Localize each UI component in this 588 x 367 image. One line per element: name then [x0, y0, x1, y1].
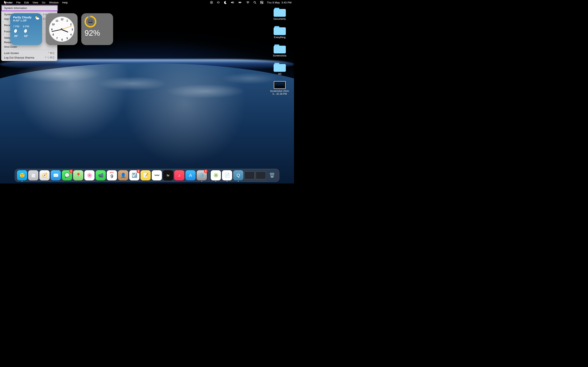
creative-cloud-icon[interactable]	[217, 1, 220, 4]
svg-rect-4	[241, 2, 242, 3]
clock-number: 9	[51, 28, 53, 31]
svg-point-11	[262, 3, 263, 3]
folder-icon	[274, 8, 286, 17]
running-indicator	[201, 181, 202, 182]
clock-widget[interactable]: 123456789101112	[46, 13, 78, 45]
dock-app-trash[interactable]: 🗑️	[267, 170, 277, 180]
battery-widget[interactable]: 92%	[81, 13, 113, 45]
dock-badge: 2	[204, 169, 208, 173]
folder-icon	[274, 26, 286, 35]
menubar-right: Thu 9 May 3:43 PM	[210, 1, 292, 4]
running-indicator	[238, 181, 239, 182]
menu-item-label: System Information	[4, 7, 27, 9]
menubar-item-go[interactable]: Go	[42, 1, 45, 4]
menubar-item-help[interactable]: Help	[62, 1, 68, 4]
dock-app-photos[interactable]: 🌸	[84, 170, 95, 180]
desktop-item[interactable]: Screenshot 2024-0…42.38 PM	[268, 81, 291, 95]
dock-app-messages[interactable]: 💬1	[62, 170, 72, 180]
menu-item-shut-down[interactable]: Shut Down	[1, 44, 57, 49]
volume-icon[interactable]	[231, 1, 234, 4]
weather-hour-temp: 33°	[24, 34, 28, 38]
dock-app-quicktime[interactable]: Q	[233, 170, 243, 180]
dock-app-pages[interactable]: 📄	[222, 170, 232, 180]
clock-number: 4	[70, 33, 72, 36]
menu-item-log-out-shaurya-sharma[interactable]: Log Out Shaurya Sharma⇧⌥⌘Q	[1, 55, 57, 60]
dock-container: 🙂▦🧭✉️💬1📍🌸📹 MAY 9👤☑️2📝〰️tv♪A⚙️2✳️📄Q🗑️	[15, 169, 279, 182]
desktop-item[interactable]: Documents	[268, 8, 291, 20]
menubar-item-view[interactable]: View	[33, 1, 38, 4]
battery-ring	[85, 16, 96, 27]
menu-item-system-information[interactable]: System Information	[1, 6, 57, 10]
battery-icon[interactable]	[237, 1, 243, 4]
weather-high-low: H:42° L:26°	[13, 19, 39, 22]
clock-face: 123456789101112	[49, 17, 74, 42]
dock-app-notes[interactable]: 📝	[140, 170, 151, 180]
clock-number: 11	[56, 19, 58, 22]
clock-hand-m	[52, 29, 62, 32]
dock-badge: 2	[137, 169, 140, 173]
dock-app-safari[interactable]: 🧭	[39, 170, 50, 180]
running-indicator	[22, 181, 22, 182]
svg-point-9	[261, 1, 261, 2]
folder-icon	[274, 44, 286, 53]
dock-app-slack[interactable]: ✳️	[211, 170, 221, 180]
dock-app-mail[interactable]: ✉️	[51, 170, 61, 180]
svg-line-7	[255, 3, 256, 4]
menu-item-label: Lock Screen	[4, 52, 19, 55]
dock-app-freeform[interactable]: 〰️	[152, 170, 162, 180]
desktop-item-label: Screenshots	[273, 54, 287, 57]
menubar-item-window[interactable]: Window	[49, 1, 58, 4]
menubar-item-file[interactable]: File	[16, 1, 21, 4]
wifi-icon[interactable]	[246, 1, 250, 4]
clock-number: 1	[67, 19, 68, 22]
dock-app-appstore[interactable]: A	[185, 170, 196, 180]
file-thumbnail	[274, 81, 286, 89]
clock-number: 3	[72, 28, 73, 31]
dock-app-contacts[interactable]: 👤	[118, 170, 128, 180]
do-not-disturb-icon[interactable]	[224, 1, 227, 4]
dock-app-launchpad[interactable]: ▦	[28, 170, 38, 180]
dock-app-reminders[interactable]: ☑️2	[129, 170, 139, 180]
clock-number: 5	[67, 37, 68, 40]
dock-recent-tile[interactable]	[244, 171, 255, 179]
weather-hour: 7 PM	[13, 25, 19, 28]
laptop-icon	[85, 16, 96, 27]
desktop-item[interactable]: Everything	[268, 26, 291, 39]
folder-icon	[274, 63, 286, 72]
dock-recent-tile[interactable]	[256, 171, 266, 179]
dock-app-settings[interactable]: ⚙️2	[197, 170, 207, 180]
weather-widget[interactable]: Partly Cloudy H:42° L:26° 7 PM 35°8 PM 3…	[10, 13, 42, 45]
weather-hour: 8 PM	[23, 25, 29, 28]
dock-app-maps[interactable]: 📍	[73, 170, 83, 180]
search-icon[interactable]	[253, 1, 257, 4]
clock-hand-h	[61, 29, 68, 33]
clock-number: 6	[61, 38, 63, 41]
desktop-item-label: Screenshot 2024-0…42.38 PM	[268, 90, 291, 95]
menu-item-lock-screen[interactable]: Lock Screen⌃⌘Q	[1, 51, 57, 55]
menubar: Finder FileEditViewGoWindowHelp Thu 9 Ma…	[0, 0, 294, 5]
battery-percent: 92%	[85, 29, 100, 38]
menubar-datetime[interactable]: Thu 9 May 3:43 PM	[267, 1, 292, 4]
dock-app-music[interactable]: ♪	[174, 170, 184, 180]
dock-app-calendar[interactable]: MAY 9	[107, 170, 117, 180]
clock-number: 8	[52, 33, 54, 36]
mouse-cursor	[4, 0, 7, 6]
svg-point-5	[248, 3, 248, 4]
dock-app-tv[interactable]: tv	[163, 170, 173, 180]
menubar-item-edit[interactable]: Edit	[24, 1, 29, 4]
moon-icon	[24, 29, 28, 33]
menu-shortcut: ⇧⌥⌘Q	[44, 56, 54, 59]
svg-rect-14	[89, 20, 92, 22]
desktop-icons: DocumentsEverythingScreenshotsADScreensh…	[268, 8, 291, 95]
dock-app-facetime[interactable]: 📹	[95, 170, 106, 180]
desktop-item[interactable]: Screenshots	[268, 44, 291, 57]
record-icon[interactable]	[210, 1, 213, 4]
control-center-icon[interactable]	[260, 1, 264, 4]
clock-number: 10	[52, 23, 54, 26]
dock-app-finder[interactable]: 🙂	[17, 170, 27, 180]
weather-hour-slot: 8 PM 33°	[23, 25, 29, 38]
wallpaper-clouds	[0, 63, 294, 114]
desktop-item[interactable]: AD	[268, 63, 291, 75]
dock-separator	[209, 171, 209, 180]
clock-number: 2	[70, 23, 72, 26]
